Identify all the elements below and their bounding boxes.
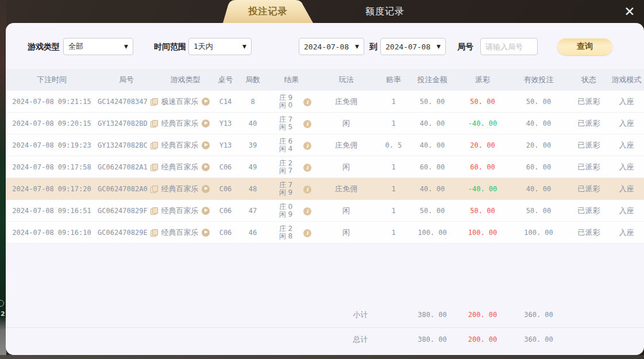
date-to-select[interactable]: 2024-07-08 ▼ [380,38,446,55]
payout: 20. 00 [457,141,508,149]
copy-icon[interactable] [151,98,155,105]
info-icon[interactable]: i [303,142,311,150]
payout: -40. 00 [457,119,508,128]
header-play-type: 玩法 [313,75,379,85]
result-banker: 庄 7 [279,116,292,123]
copy-icon[interactable] [151,207,155,214]
game-type-select[interactable]: 全部 ▼ [63,38,133,55]
result-info-cell: i [302,97,313,106]
result-player: 闲 7 [279,167,292,175]
info-icon[interactable]: i [303,186,311,194]
tab-bet-records[interactable]: 投注记录 [223,0,313,23]
info-icon[interactable]: i [303,164,311,172]
result-cell: 庄 2 闲 8 [270,225,302,240]
odds: 1 [379,229,408,237]
table-number: C06 [215,207,236,215]
game-mode: 入座 [609,184,644,194]
round-number: GC06247082A1 [98,163,148,171]
play-type: 闲 [313,162,379,172]
odds: 1 [379,207,408,215]
date-to-value: 2024-07-08 [385,43,434,51]
odds: 1 [379,185,408,193]
tab-quota-records[interactable]: 额度记录 [322,0,448,23]
round-count: 48 [236,185,270,193]
round-number: GC062470829E [98,229,148,237]
header-valid-bet: 有效投注 [508,75,569,85]
game-type-label: 游戏类型 [28,38,60,55]
play-type: 闲 [313,227,379,238]
play-video-icon[interactable] [202,141,210,149]
table-number: Y13 [215,119,236,128]
query-button[interactable]: 查询 [557,38,612,55]
time-range-label: 时间范围 [154,38,186,55]
play-video-icon[interactable] [202,119,210,128]
payout: -40. 00 [457,185,508,193]
bet-time: 2024-07-08 09:21:15 [6,98,98,106]
round-count: 8 [236,98,270,106]
game-type-cell: 经典百家乐 [155,184,215,194]
play-type: 闲 [313,206,379,216]
header-payout: 派彩 [457,75,508,85]
bet-time: 2024-07-08 09:16:10 [6,229,98,237]
info-icon[interactable]: i [303,98,311,106]
play-video-icon[interactable] [202,207,210,215]
payout: 100. 00 [457,229,508,237]
result-banker: 庄 6 [279,138,292,145]
bet-amount: 60. 00 [408,163,457,171]
result-banker: 庄 7 [279,182,292,189]
odds: 1 [379,119,408,128]
table-row: 2024-07-08 09:20:15 GY13247082BD 经典百家乐 Y… [6,113,644,134]
play-video-icon[interactable] [202,98,210,106]
table-header: 下注时间 局号 游戏类型 桌号 局数 结果 玩法 赔率 投注金额 派彩 有效投注… [6,69,644,91]
table-row: 2024-07-08 09:17:58 GC06247082A1 经典百家乐 C… [6,156,644,178]
background-peek-circle [0,300,4,307]
play-video-icon[interactable] [202,229,210,237]
table-number: C14 [215,98,236,106]
info-icon[interactable]: i [303,207,311,215]
copy-icon[interactable] [151,229,155,236]
subtotal-payout: 200. 00 [457,311,508,319]
result-player: 闲 4 [279,145,292,153]
subtotal-label: 小计 [313,310,408,320]
table-row: 2024-07-08 09:17:20 GC06247082A0 经典百家乐 C… [6,178,644,200]
table-body: 2024-07-08 09:21:15 GC1424708347 极速百家乐 C… [6,91,644,244]
game-mode: 入座 [609,140,644,150]
header-result: 结果 [270,75,313,85]
copy-icon[interactable] [151,142,155,149]
total-label: 总计 [313,334,408,345]
bet-amount: 40. 00 [408,119,457,128]
time-range-select[interactable]: 1天内 ▼ [188,38,252,55]
result-info-cell: i [302,163,313,172]
close-icon[interactable]: ✕ [619,2,640,21]
play-type: 庄免佣 [313,96,379,107]
betting-records-modal: 游戏类型 全部 ▼ 时间范围 1天内 ▼ 2024-07-08 ▼ 到 2024… [6,23,644,355]
result-cell: 庄 9 闲 0 [270,94,302,109]
table-row: 2024-07-08 09:16:51 GC062470829F 经典百家乐 C… [6,200,644,222]
round-number-field [480,38,538,55]
round-number-input[interactable] [485,43,533,51]
bet-time: 2024-07-08 09:17:58 [6,163,98,171]
game-type-cell: 经典百家乐 [155,162,215,172]
game-type: 经典百家乐 [161,184,199,194]
play-video-icon[interactable] [202,185,210,193]
subtotal-valid: 360. 00 [508,311,569,319]
round-count: 47 [236,207,270,215]
chevron-down-icon: ▼ [437,44,441,49]
info-icon[interactable]: i [303,120,311,128]
total-payout: 200. 00 [457,335,508,343]
copy-icon[interactable] [151,120,155,127]
game-mode: 入座 [609,227,644,238]
payout: 60. 00 [457,163,508,171]
date-from-select[interactable]: 2024-07-08 ▼ [299,38,364,55]
copy-icon[interactable] [151,164,155,171]
game-type-cell: 经典百家乐 [155,118,215,129]
game-mode: 入座 [609,118,644,129]
play-video-icon[interactable] [202,163,210,171]
copy-icon[interactable] [151,186,155,192]
status-badge: 已派彩 [569,184,609,194]
game-mode: 入座 [609,162,644,172]
info-icon[interactable]: i [303,229,311,237]
valid-bet: 100. 00 [508,229,569,237]
valid-bet: 50. 00 [508,207,569,215]
result-banker: 庄 2 [279,225,292,233]
